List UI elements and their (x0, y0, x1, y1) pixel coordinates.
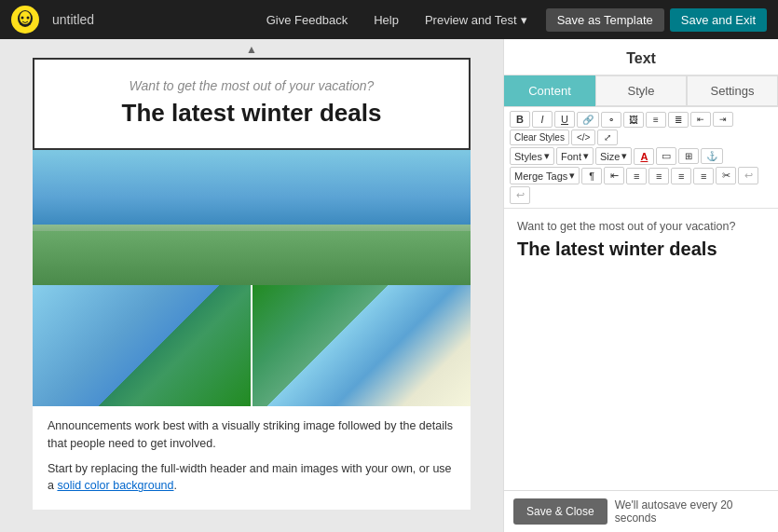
toolbar-row-3: Merge Tags ▾ ¶ ⇤ ≡ ≡ ≡ ≡ ✂ ↩ ↩ (510, 167, 772, 204)
tab-style[interactable]: Style (595, 75, 687, 106)
toolbar-row-1: B I U 🔗 ⚬ 🖼 ≡ ≣ ⇤ ⇥ Clear Styles </> ⤢ (510, 111, 772, 145)
right-panel: Text Content Style Settings B I U 🔗 ⚬ 🖼 … (503, 39, 778, 532)
top-nav: untitled Give Feedback Help Preview and … (0, 0, 778, 39)
align-left-button[interactable]: ≡ (626, 168, 647, 184)
toolbar: B I U 🔗 ⚬ 🖼 ≡ ≣ ⇤ ⇥ Clear Styles </> ⤢ S… (504, 107, 778, 209)
solid-color-link[interactable]: solid color background (57, 479, 173, 492)
link-button[interactable]: 🔗 (577, 112, 599, 128)
save-close-button[interactable]: Save & Close (513, 498, 607, 525)
editor-content[interactable]: Want to get the most out of your vacatio… (504, 209, 778, 490)
ol-button[interactable]: ≡ (646, 112, 666, 128)
indent-left-button[interactable]: ⇤ (690, 112, 711, 127)
panel-tabs: Content Style Settings (504, 75, 778, 107)
preview-chevron-icon: ▾ (521, 13, 527, 27)
anchor-button[interactable]: ⚓ (701, 148, 723, 164)
email-header-title: The latest winter deals (62, 99, 441, 128)
canvas-area[interactable]: ▲ Want to get the most out of your vacat… (0, 39, 503, 532)
email-header-block[interactable]: Want to get the most out of your vacatio… (33, 58, 471, 150)
font-dropdown[interactable]: Font ▾ (556, 147, 594, 165)
main-content: ▲ Want to get the most out of your vacat… (0, 39, 778, 532)
body-paragraph-1: Announcements work best with a visually … (48, 417, 456, 453)
left-image[interactable] (33, 285, 251, 406)
panel-title: Text (504, 39, 778, 75)
align-center-button[interactable]: ≡ (648, 168, 669, 184)
clear-styles-button[interactable]: Clear Styles (510, 130, 569, 145)
email-main-image[interactable] (33, 150, 471, 285)
body-paragraph-2: Start by replacing the full-width header… (48, 460, 456, 496)
merge-tags-dropdown[interactable]: Merge Tags ▾ (510, 167, 580, 184)
two-images-row (33, 285, 471, 406)
toolbar-row-2: Styles ▾ Font ▾ Size ▾ A ▭ ⊞ ⚓ (510, 147, 772, 165)
email-preview: Want to get the most out of your vacatio… (33, 58, 471, 510)
image-button[interactable]: 🖼 (623, 112, 644, 128)
align-right-button[interactable]: ≡ (671, 168, 691, 184)
nav-links: Give Feedback Help Preview and Test ▾ Sa… (253, 8, 767, 32)
source-button[interactable]: </> (571, 130, 595, 145)
email-text-block: Announcements work best with a visually … (33, 406, 471, 510)
tab-content[interactable]: Content (504, 75, 595, 106)
bottom-bar: Save & Close We'll autosave every 20 sec… (504, 490, 778, 532)
svg-point-3 (21, 17, 24, 20)
styles-dropdown[interactable]: Styles ▾ (510, 147, 554, 165)
right-image[interactable] (253, 285, 471, 406)
tab-settings[interactable]: Settings (687, 75, 778, 106)
email-header-subtitle: Want to get the most out of your vacatio… (62, 78, 441, 93)
special2-button[interactable]: ↩ (738, 167, 758, 184)
align-justify-button[interactable]: ≡ (693, 168, 714, 184)
expand-button[interactable]: ⤢ (597, 130, 618, 145)
preview-test-link[interactable]: Preview and Test ▾ (412, 13, 540, 27)
unlink-button[interactable]: ⚬ (601, 112, 621, 128)
editor-subtitle: Want to get the most out of your vacatio… (517, 220, 765, 233)
bg-color-button[interactable]: ▭ (656, 147, 676, 165)
autosave-text: We'll autosave every 20 seconds (615, 498, 769, 525)
document-title: untitled (52, 12, 94, 27)
help-link[interactable]: Help (361, 13, 412, 27)
underline-button[interactable]: U (554, 111, 575, 128)
bold-button[interactable]: B (510, 111, 530, 128)
body-text-end: . (174, 479, 177, 492)
special3-button[interactable]: ↩ (510, 186, 530, 204)
editor-title[interactable]: The latest winter deals (517, 239, 765, 260)
size-dropdown[interactable]: Size ▾ (595, 147, 632, 165)
ul-button[interactable]: ≣ (668, 112, 689, 128)
indent-right-button[interactable]: ⇥ (713, 112, 733, 127)
svg-point-4 (27, 17, 30, 20)
save-and-exit-button[interactable]: Save and Exit (670, 8, 767, 32)
scroll-up-arrow[interactable]: ▲ (246, 43, 257, 56)
save-as-template-button[interactable]: Save as Template (546, 8, 664, 32)
special1-button[interactable]: ✂ (716, 167, 736, 184)
table-button[interactable]: ⊞ (678, 148, 699, 164)
paragraph-button[interactable]: ¶ (581, 168, 602, 184)
main-image-scene (33, 150, 471, 285)
text-color-button[interactable]: A (634, 148, 654, 165)
italic-button[interactable]: I (532, 111, 553, 128)
give-feedback-link[interactable]: Give Feedback (253, 13, 361, 27)
logo[interactable] (11, 6, 39, 34)
indent2-button[interactable]: ⇤ (604, 167, 624, 184)
